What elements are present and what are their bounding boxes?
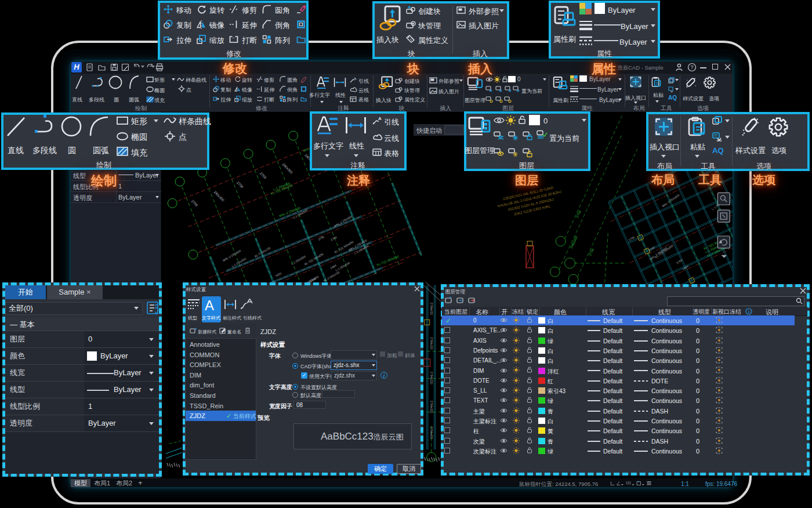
svg-text:A: A (378, 116, 382, 121)
svg-text:?: ? (690, 64, 693, 70)
svg-text:2784x120: 2784x120 (430, 337, 433, 350)
svg-text:2784x020: 2784x020 (430, 302, 433, 315)
svg-text:2784x420: 2784x420 (430, 426, 433, 439)
svg-text:2784x220: 2784x220 (430, 372, 433, 384)
svg-text:2784x320: 2784x320 (430, 401, 433, 413)
